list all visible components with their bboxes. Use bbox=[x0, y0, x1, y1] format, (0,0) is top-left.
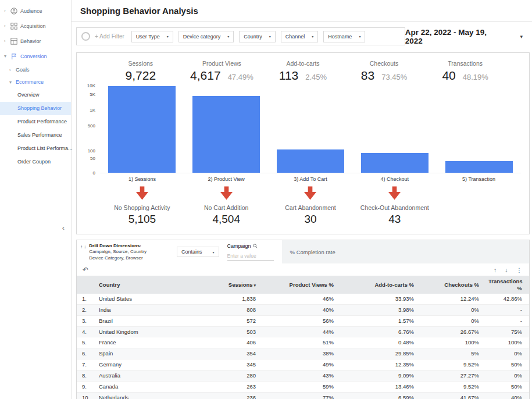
filter-chip-device-category[interactable]: Device category▾ bbox=[178, 31, 234, 42]
table-row[interactable]: 10.Netherlands23677%6.59%41.67%40% bbox=[77, 392, 529, 399]
kpi-value: 40 bbox=[442, 69, 455, 83]
cell-checkouts: 9.52% bbox=[421, 381, 486, 392]
funnel-bar-4[interactable] bbox=[361, 153, 429, 173]
table-row[interactable]: 6.Spain35438%29.85%5%0% bbox=[77, 348, 529, 359]
funnel-bar-3[interactable] bbox=[277, 149, 344, 173]
sidebar-item-order-coupon[interactable]: Order Coupon bbox=[0, 155, 71, 169]
dropoff-value: 5,105 bbox=[128, 213, 156, 226]
drilldown-title: Drill Down Dimensions: bbox=[89, 243, 147, 249]
sidebar-item-product-performance[interactable]: Product Performance bbox=[0, 115, 71, 129]
cell-transactions: - bbox=[486, 315, 529, 326]
completion-rate-label: % Completion rate bbox=[290, 249, 335, 255]
funnel-bar-2[interactable] bbox=[192, 96, 260, 173]
kpi-sessions: Sessions9,722 bbox=[100, 60, 181, 83]
sidebar-item-audience[interactable]: ›Audience bbox=[0, 3, 71, 19]
cell-checkouts: 0% bbox=[421, 304, 486, 315]
cell-checkouts: 12.24% bbox=[421, 294, 486, 304]
filter-chip-country[interactable]: Country▾ bbox=[239, 31, 276, 42]
dropoff-metric-check-out-abandonment: Check-Out Abandonment43 bbox=[352, 185, 437, 226]
add-filter-button[interactable]: + Add Filter bbox=[95, 33, 124, 40]
row-index: 6. bbox=[77, 348, 95, 359]
column-header-transactions[interactable]: Transactions % bbox=[486, 276, 529, 294]
sidebar-item-acquisition[interactable]: ›Acquisition bbox=[0, 19, 71, 34]
search-icon bbox=[253, 244, 258, 248]
y-axis-tick: 1K bbox=[90, 108, 95, 113]
cell-sessions: 1,838 bbox=[198, 294, 263, 304]
operator-select[interactable]: Contains ▾ bbox=[177, 247, 219, 257]
sidebar-item-behavior[interactable]: ›Behavior bbox=[0, 34, 71, 49]
funnel-bar-1[interactable] bbox=[108, 86, 176, 173]
table-row[interactable]: 9.Canada26359%13.46%9.52%50% bbox=[77, 381, 529, 392]
sidebar-item-conversion[interactable]: ▾Conversion bbox=[0, 49, 71, 64]
cell-country: Australia bbox=[95, 370, 198, 382]
sidebar-item-goals[interactable]: ›Goals bbox=[0, 64, 71, 76]
cell-add-to-carts: 13.46% bbox=[341, 381, 421, 392]
acquisition-icon bbox=[10, 23, 17, 30]
kpi-label: Product Views bbox=[181, 60, 263, 67]
filter-chip-user-type[interactable]: User Type▾ bbox=[131, 31, 173, 42]
row-index: 1. bbox=[77, 294, 95, 304]
cell-product-views: 77% bbox=[263, 392, 341, 399]
funnel-bar-slot bbox=[184, 86, 269, 173]
filter-chip-channel[interactable]: Channel▾ bbox=[281, 31, 319, 42]
table-body: 1.United States1,83846%33.93%12.24%42.86… bbox=[77, 294, 529, 399]
dropoff-value: 30 bbox=[304, 213, 316, 226]
dropoff-row: No Shopping Activity5,105No Cart Additio… bbox=[100, 182, 521, 234]
cell-checkouts: 100% bbox=[421, 337, 486, 348]
y-axis-tick: 500 bbox=[88, 124, 95, 129]
funnel-bar-slot bbox=[437, 86, 521, 173]
column-header-checkouts[interactable]: Checkouts % bbox=[421, 276, 486, 294]
filter-chip-hostname[interactable]: Hostname▾ bbox=[323, 31, 365, 42]
sidebar-item-product-list-performa[interactable]: Product List Performa... bbox=[0, 142, 71, 155]
table-row[interactable]: 4.United Kingdom50344%6.76%26.67%75% bbox=[77, 326, 529, 337]
sidebar-item-label: Ecommerce bbox=[16, 80, 44, 85]
undo-icon[interactable]: ↶ bbox=[83, 266, 88, 274]
cell-product-views: 43% bbox=[263, 370, 341, 382]
table-row[interactable]: 1.United States1,83846%33.93%12.24%42.86… bbox=[77, 294, 529, 304]
table-row[interactable]: 3.Brazil57256%1.57%0%- bbox=[77, 315, 529, 326]
app-root: ›Audience›Acquisition›Behavior▾Conversio… bbox=[0, 0, 532, 399]
kpi-secondary: 73.45% bbox=[381, 73, 407, 81]
sidebar-item-overview[interactable]: Overview bbox=[0, 88, 71, 102]
kpi-checkouts: Checkouts8373.45% bbox=[344, 60, 425, 83]
filter-value-input[interactable] bbox=[227, 252, 274, 261]
date-range-picker[interactable]: Apr 22, 2022 - May 19, 2022 ▾ bbox=[405, 28, 530, 45]
sidebar-item-shopping-behavior[interactable]: Shopping Behavior bbox=[0, 102, 71, 115]
cell-add-to-carts: 9.09% bbox=[341, 370, 421, 382]
sidebar-collapse-button[interactable]: ‹ bbox=[62, 223, 65, 232]
kpi-value-row: 8373.45% bbox=[344, 69, 425, 83]
expander-icon: › bbox=[9, 68, 13, 73]
y-axis-tick: 50 bbox=[90, 156, 95, 161]
sidebar-item-label: Behavior bbox=[20, 39, 41, 44]
campaign-filter: Campaign bbox=[227, 243, 274, 261]
cell-transactions: 0% bbox=[486, 348, 529, 359]
cell-sessions: 503 bbox=[198, 326, 263, 337]
sort-dimensions-icon[interactable]: ↑ ↓ bbox=[80, 243, 86, 261]
cell-add-to-carts: 6.76% bbox=[341, 326, 421, 337]
column-header-country[interactable]: Country bbox=[95, 276, 198, 294]
sidebar-item-label: Product List Performa... bbox=[17, 146, 73, 151]
more-options-icon[interactable]: ⋮ bbox=[516, 266, 523, 273]
column-header-product-views[interactable]: Product Views % bbox=[263, 276, 341, 294]
cell-checkouts: 26.67% bbox=[421, 326, 486, 337]
sidebar-item-ecommerce[interactable]: ▾Ecommerce bbox=[0, 76, 71, 88]
cell-add-to-carts: 12.35% bbox=[341, 359, 421, 370]
sidebar-item-sales-performance[interactable]: Sales Performance bbox=[0, 129, 71, 142]
arrow-down-icon[interactable]: ↓ bbox=[505, 266, 508, 273]
cell-country: India bbox=[95, 304, 198, 315]
sidebar-item-label: Conversion bbox=[20, 54, 47, 59]
funnel-bar-5[interactable] bbox=[445, 161, 513, 173]
x-axis-label: 4) Checkout bbox=[352, 176, 437, 182]
expander-icon: › bbox=[4, 39, 8, 44]
column-header-add-to-carts[interactable]: Add-to-carts % bbox=[341, 276, 421, 294]
table-row[interactable]: 2.India80840%3.98%0%- bbox=[77, 304, 529, 315]
column-header-sessions[interactable]: Sessions ▾ bbox=[198, 276, 263, 294]
x-axis-label: 2) Product View bbox=[184, 176, 269, 182]
add-filter-icon[interactable] bbox=[81, 32, 90, 41]
cell-sessions: 236 bbox=[198, 392, 263, 399]
arrow-up-icon[interactable]: ↑ bbox=[494, 266, 497, 273]
cell-product-views: 59% bbox=[263, 381, 341, 392]
table-row[interactable]: 7.Germany34549%12.35%9.52%50% bbox=[77, 359, 529, 370]
table-row[interactable]: 8.Australia28043%9.09%27.27%0% bbox=[77, 370, 529, 382]
table-row[interactable]: 5.France40651%0.48%100%100% bbox=[77, 337, 529, 348]
